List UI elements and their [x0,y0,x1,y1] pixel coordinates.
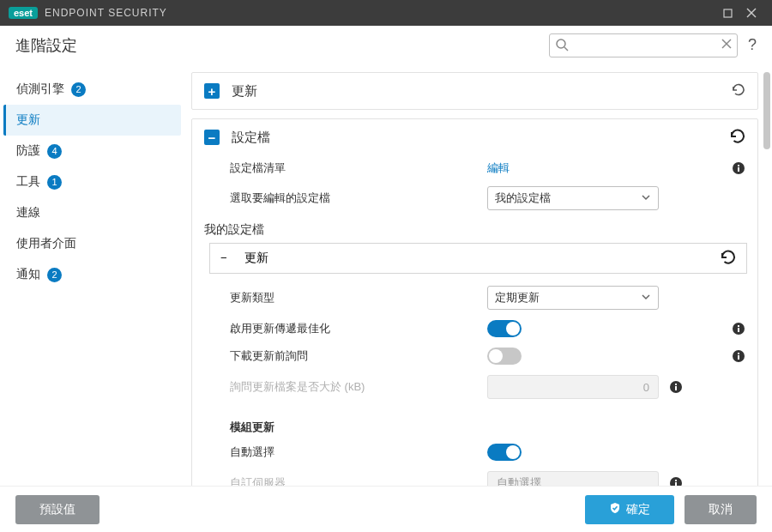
search-input[interactable] [549,33,738,57]
svg-rect-15 [738,353,739,354]
svg-point-19 [670,477,682,486]
sub-header-my-profile: 我的設定檔 [192,215,757,239]
update-type-select[interactable]: 定期更新 [487,286,659,310]
svg-line-2 [747,9,756,17]
title-bar: eset ENDPOINT SECURITY [0,0,772,26]
sidebar-item-ui[interactable]: 使用者介面 [3,228,181,259]
ask-before-download-toggle[interactable] [487,348,522,365]
section-module-update: 模組更新 [192,404,757,438]
header-bar: 進階設定 ? [0,26,772,65]
undo-icon[interactable] [730,82,745,100]
row-label: 選取要編輯的設定檔 [230,190,487,206]
info-icon[interactable] [669,476,683,486]
panel-profile: − 設定檔 設定檔清單 編輯 選取要編輯的設定檔 [191,118,758,486]
row-label: 下載更新前詢問 [230,348,487,364]
row-label: 自訂伺服器 [230,475,487,486]
sidebar-item-label: 更新 [16,112,40,128]
page-title: 進階設定 [15,35,77,56]
collapse-icon[interactable]: − [220,251,234,265]
search-field-wrapper [549,33,738,57]
row-profile-list: 設定檔清單 編輯 [192,155,757,181]
sidebar-item-update[interactable]: 更新 [3,105,181,136]
panel-update-collapsed: + 更新 [191,72,758,110]
svg-point-16 [670,381,682,393]
text-value: 自動選擇 [497,475,541,486]
sub-panel-title: 更新 [244,251,268,266]
sidebar-item-label: 工具 [16,174,40,190]
svg-point-13 [733,350,745,362]
sidebar-item-protection[interactable]: 防護 4 [3,136,181,166]
clear-search-icon[interactable] [721,38,733,53]
info-icon[interactable] [732,322,745,336]
ok-button[interactable]: 確定 [585,495,674,524]
window-close-button[interactable] [739,1,763,25]
content-scrollbar[interactable] [763,72,770,479]
svg-rect-8 [738,167,739,172]
chevron-down-icon [641,292,651,305]
row-label: 啟用更新傳遞最佳化 [230,321,487,336]
sidebar-badge: 4 [47,144,62,159]
row-label: 更新類型 [230,290,487,305]
panel-title: 更新 [232,83,257,100]
sidebar-item-label: 通知 [16,267,40,282]
product-name: ENDPOINT SECURITY [45,7,167,19]
svg-rect-21 [675,480,677,481]
cancel-button[interactable]: 取消 [685,495,757,524]
undo-icon[interactable] [728,128,745,148]
svg-point-3 [557,39,565,48]
edit-link[interactable]: 編輯 [487,160,510,176]
window-maximize-button[interactable] [715,1,739,25]
row-update-type: 更新類型 定期更新 [192,281,757,315]
row-auto-select: 自動選擇 [192,438,757,466]
row-label: 自動選擇 [230,444,487,460]
row-custom-server: 自訂伺服器 自動選擇 [192,466,757,486]
delivery-optimization-toggle[interactable] [487,320,522,337]
info-icon[interactable] [732,161,745,175]
svg-rect-11 [738,328,739,332]
sidebar-badge: 1 [47,175,62,190]
svg-rect-12 [738,325,739,327]
svg-line-4 [564,47,568,51]
ok-button-label: 確定 [626,502,650,517]
select-value: 定期更新 [495,290,540,305]
sidebar-item-label: 偵測引擎 [16,82,64,97]
collapse-icon[interactable]: − [204,130,220,145]
sub-panel-update: − 更新 [209,243,747,274]
shield-check-icon [609,502,621,517]
svg-rect-0 [724,9,732,17]
expand-icon[interactable]: + [204,83,220,99]
svg-rect-17 [675,386,677,390]
brand-logo: eset [9,7,38,19]
row-ask-before-download: 下載更新前詢問 [192,342,757,370]
chevron-down-icon [641,192,651,205]
svg-line-1 [747,9,756,17]
svg-line-5 [722,39,731,48]
search-icon [555,38,569,55]
ask-file-size-input: 0 [487,375,659,399]
sidebar-item-connection[interactable]: 連線 [3,197,181,228]
sidebar-item-label: 使用者介面 [16,236,76,251]
svg-point-7 [733,162,745,174]
sidebar-item-tools[interactable]: 工具 1 [3,166,181,197]
sidebar-badge: 2 [47,268,62,282]
sidebar-item-label: 防護 [16,143,40,159]
row-ask-file-size: 詢問更新檔案是否大於 (kB) 0 [192,370,757,404]
svg-rect-14 [738,355,739,360]
sidebar-item-notifications[interactable]: 通知 2 [3,259,181,290]
numeric-value: 0 [643,381,649,394]
svg-rect-9 [738,165,739,166]
help-button[interactable]: ? [748,36,757,54]
row-select-profile: 選取要編輯的設定檔 我的設定檔 [192,181,757,215]
svg-rect-18 [675,384,677,385]
info-icon[interactable] [732,349,745,363]
auto-select-toggle[interactable] [487,444,522,461]
undo-icon[interactable] [719,249,736,269]
svg-point-10 [733,323,745,335]
sidebar: 偵測引擎 2 更新 防護 4 工具 1 連線 使用者介面 通知 2 [0,65,184,486]
profile-select[interactable]: 我的設定檔 [487,186,659,210]
panel-title: 設定檔 [232,130,270,146]
scrollbar-thumb[interactable] [763,72,770,149]
info-icon[interactable] [669,380,683,394]
sidebar-item-detection-engine[interactable]: 偵測引擎 2 [3,74,181,105]
defaults-button[interactable]: 預設值 [15,495,100,524]
